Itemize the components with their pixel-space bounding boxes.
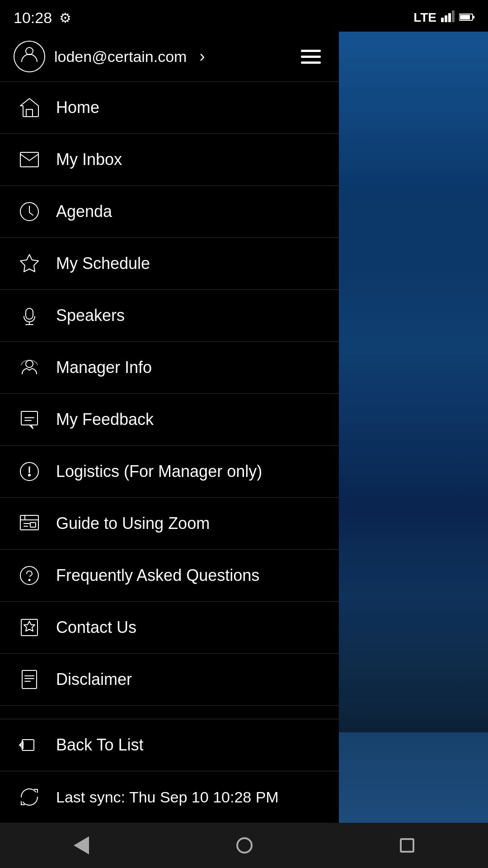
- home-circle-icon: [236, 837, 253, 854]
- sidebar-item-agenda[interactable]: Agenda: [0, 186, 339, 238]
- back-to-list-item[interactable]: Back To List: [0, 719, 339, 771]
- feedback-icon: [16, 406, 42, 433]
- contact-icon: [16, 614, 42, 641]
- sidebar-item-guide-label: Guide to Using Zoom: [56, 514, 210, 533]
- user-email[interactable]: loden@certain.com: [54, 48, 187, 66]
- svg-point-7: [26, 47, 33, 55]
- battery-icon: [459, 11, 474, 25]
- sidebar-item-logistics-label: Logistics (For Manager only): [56, 462, 262, 481]
- guide-icon: [16, 510, 42, 537]
- back-triangle-icon: [74, 836, 89, 854]
- sidebar-item-my-schedule[interactable]: My Schedule: [0, 238, 339, 290]
- svg-rect-3: [452, 10, 455, 22]
- last-sync-text: Last sync: Thu Sep 10 10:28 PM: [56, 788, 279, 806]
- svg-point-25: [29, 580, 30, 581]
- sidebar-item-manager-info[interactable]: Manager Info: [0, 342, 339, 394]
- bottom-section: Back To List Last sync: Thu Sep 10 10:28…: [0, 719, 339, 823]
- disclaimer-icon: [16, 666, 42, 693]
- sidebar-item-contact-us[interactable]: Contact Us: [0, 602, 339, 654]
- sidebar-item-agenda-label: Agenda: [56, 202, 112, 221]
- inbox-icon: [16, 146, 42, 173]
- sidebar-item-guide-zoom[interactable]: Guide to Using Zoom: [0, 498, 339, 550]
- city-buildings: [339, 597, 488, 732]
- sidebar-item-contact-label: Contact Us: [56, 618, 136, 637]
- sidebar-item-inbox-label: My Inbox: [56, 150, 122, 169]
- svg-rect-6: [473, 16, 474, 19]
- speakers-icon: [16, 302, 42, 329]
- sidebar-item-speakers[interactable]: Speakers: [0, 290, 339, 342]
- hamburger-line-3: [301, 61, 321, 64]
- faq-icon: [16, 562, 42, 589]
- svg-marker-27: [24, 621, 35, 631]
- sidebar-item-manager-info-label: Manager Info: [56, 358, 152, 377]
- recent-square-icon: [400, 838, 414, 853]
- svg-rect-32: [22, 740, 34, 750]
- sidebar-item-my-inbox[interactable]: My Inbox: [0, 134, 339, 186]
- hamburger-line-2: [301, 56, 321, 58]
- right-panel: [339, 32, 488, 823]
- svg-rect-0: [441, 18, 444, 22]
- nav-list: Home My Inbox: [0, 82, 339, 719]
- hamburger-line-1: [301, 50, 321, 52]
- svg-point-24: [20, 566, 38, 585]
- header-left: loden@certain.com ›: [14, 41, 205, 72]
- drawer: loden@certain.com › Home: [0, 32, 339, 823]
- back-to-list-label: Back To List: [56, 736, 143, 755]
- status-time: 10:28: [14, 9, 52, 27]
- svg-rect-1: [445, 15, 447, 22]
- svg-point-13: [26, 360, 33, 368]
- sidebar-item-home-label: Home: [56, 98, 99, 117]
- svg-rect-28: [22, 670, 37, 689]
- svg-rect-23: [30, 523, 36, 527]
- gear-icon[interactable]: ⚙: [59, 10, 71, 26]
- sidebar-item-schedule-label: My Schedule: [56, 254, 150, 273]
- manager-icon: [16, 354, 42, 381]
- signal-icon: [441, 10, 455, 25]
- sidebar-item-feedback-label: My Feedback: [56, 410, 154, 429]
- status-left: 10:28 ⚙: [14, 9, 71, 27]
- back-list-icon: [16, 732, 42, 758]
- lte-indicator: LTE: [413, 10, 436, 25]
- person-icon: [20, 45, 39, 68]
- sidebar-item-speakers-label: Speakers: [56, 306, 125, 325]
- sidebar-item-disclaimer-label: Disclaimer: [56, 670, 132, 689]
- home-icon: [16, 94, 42, 121]
- chevron-right-icon: ›: [199, 47, 205, 66]
- main-layout: loden@certain.com › Home: [0, 32, 488, 823]
- logistics-icon: [16, 458, 42, 485]
- svg-rect-5: [460, 15, 470, 19]
- sidebar-item-home[interactable]: Home: [0, 82, 339, 134]
- status-right: LTE: [413, 10, 474, 25]
- sync-icon: [16, 784, 42, 810]
- header-row: loden@certain.com ›: [0, 32, 339, 82]
- sidebar-item-disclaimer[interactable]: Disclaimer: [0, 654, 339, 706]
- sidebar-item-my-feedback[interactable]: My Feedback: [0, 394, 339, 446]
- avatar[interactable]: [14, 41, 45, 72]
- sidebar-item-faq[interactable]: Frequently Asked Questions: [0, 550, 339, 602]
- status-bar: 10:28 ⚙ LTE: [0, 0, 488, 32]
- svg-point-17: [28, 474, 30, 476]
- hamburger-button[interactable]: [296, 45, 325, 68]
- svg-rect-2: [448, 13, 451, 22]
- android-back-button[interactable]: [60, 832, 103, 859]
- last-sync-item: Last sync: Thu Sep 10 10:28 PM: [0, 771, 339, 823]
- android-nav-bar: [0, 823, 488, 868]
- schedule-icon: [16, 250, 42, 277]
- sidebar-item-faq-label: Frequently Asked Questions: [56, 566, 259, 585]
- agenda-icon: [16, 198, 42, 225]
- svg-marker-10: [20, 255, 38, 272]
- android-home-button[interactable]: [223, 833, 266, 858]
- android-recent-button[interactable]: [386, 834, 428, 857]
- sidebar-item-logistics[interactable]: Logistics (For Manager only): [0, 446, 339, 498]
- svg-rect-8: [20, 152, 38, 167]
